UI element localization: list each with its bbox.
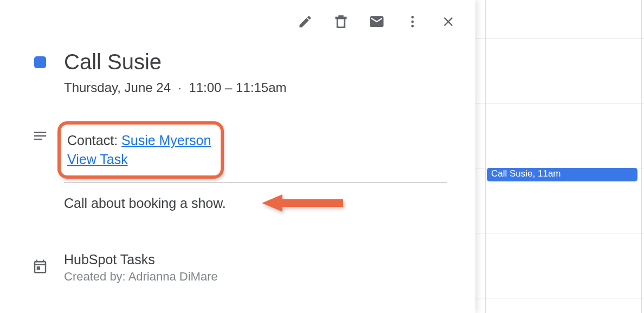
- event-color-chip: [34, 56, 46, 68]
- close-icon[interactable]: [440, 13, 457, 30]
- svg-rect-3: [37, 266, 40, 270]
- event-datetime: Thursday, June 24 · 11:00 – 11:15am: [64, 80, 459, 95]
- email-icon[interactable]: [368, 13, 385, 30]
- edit-icon[interactable]: [297, 13, 314, 30]
- svg-point-2: [411, 25, 414, 28]
- calendar-block-time: 11am: [538, 168, 561, 179]
- contact-link[interactable]: Susie Myerson: [121, 133, 211, 148]
- svg-point-0: [411, 16, 414, 19]
- event-detail-panel: Call Susie Thursday, June 24 · 11:00 – 1…: [0, 0, 475, 313]
- calendar-icon: [32, 258, 48, 275]
- description-divider: [64, 182, 447, 182]
- annotation-arrow-icon: [262, 193, 343, 213]
- event-title: Call Susie: [64, 50, 459, 74]
- more-options-icon[interactable]: [404, 13, 421, 30]
- calendar-name: HubSpot Tasks: [64, 252, 459, 268]
- calendar-block-sep: ,: [533, 168, 538, 179]
- annotation-highlight-box: Contact: Susie Myerson View Task: [57, 121, 224, 179]
- description-icon: [32, 128, 48, 144]
- view-task-link[interactable]: View Task: [67, 152, 128, 167]
- created-by-label: Created by: Adrianna DiMare: [64, 270, 459, 284]
- delete-icon[interactable]: [332, 13, 350, 30]
- svg-point-1: [411, 21, 414, 23]
- calendar-block-event[interactable]: Call Susie, 11am: [487, 168, 637, 181]
- calendar-block-title: Call Susie: [491, 168, 533, 179]
- event-note-body: Call about booking a show.: [64, 195, 226, 211]
- contact-label: Contact:: [67, 133, 121, 148]
